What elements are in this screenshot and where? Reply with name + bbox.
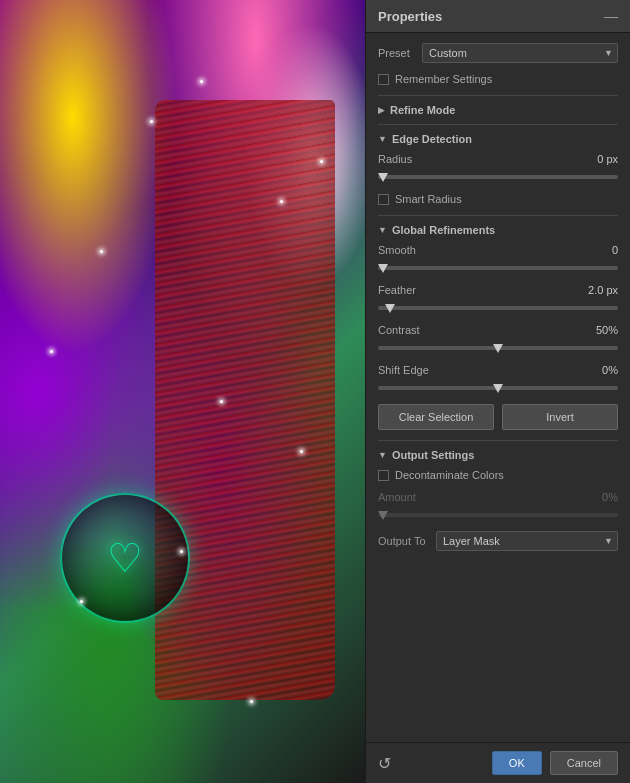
amount-slider — [378, 513, 618, 517]
preset-select-wrap: Custom Default Hair Smart Radius ▼ — [422, 43, 618, 63]
feather-slider[interactable] — [378, 306, 618, 310]
refine-mode-title: Refine Mode — [390, 104, 455, 116]
contrast-row: Contrast 50% — [378, 324, 618, 336]
panel-footer: ↺ OK Cancel — [366, 742, 630, 783]
radius-label: Radius — [378, 153, 412, 165]
smart-radius-row: Smart Radius — [378, 193, 618, 205]
decontaminate-colors-label[interactable]: Decontaminate Colors — [395, 469, 504, 481]
preset-row: Preset Custom Default Hair Smart Radius … — [378, 43, 618, 63]
smooth-label: Smooth — [378, 244, 416, 256]
output-settings-title: Output Settings — [392, 449, 475, 461]
sparkle — [320, 160, 323, 163]
sparkle — [150, 120, 153, 123]
output-to-select-wrap: Selection Layer Mask New Layer New Layer… — [436, 531, 618, 551]
refine-mode-section[interactable]: ▶ Refine Mode — [378, 104, 618, 116]
sparkle — [180, 550, 183, 553]
sparkle — [280, 200, 283, 203]
radius-slider[interactable] — [378, 175, 618, 179]
divider-4 — [378, 440, 618, 441]
smooth-value: 0 — [612, 244, 618, 256]
history-icon[interactable]: ↺ — [378, 754, 391, 773]
footer-buttons: OK Cancel — [492, 751, 618, 775]
contrast-section: Contrast 50% — [378, 324, 618, 354]
action-buttons-row: Clear Selection Invert — [378, 404, 618, 430]
output-settings-arrow: ▼ — [378, 450, 387, 460]
clear-selection-button[interactable]: Clear Selection — [378, 404, 494, 430]
radius-value: 0 px — [597, 153, 618, 165]
sparkle — [300, 450, 303, 453]
sparkle — [250, 700, 253, 703]
global-refinements-section[interactable]: ▼ Global Refinements — [378, 224, 618, 236]
output-to-label: Output To — [378, 535, 430, 547]
shift-edge-slider[interactable] — [378, 386, 618, 390]
sparkle — [80, 600, 83, 603]
edge-detection-title: Edge Detection — [392, 133, 472, 145]
preset-label: Preset — [378, 47, 416, 59]
output-to-select[interactable]: Selection Layer Mask New Layer New Layer… — [436, 531, 618, 551]
panel-collapse-btn[interactable]: — — [604, 8, 618, 24]
radius-section: Radius 0 px — [378, 153, 618, 183]
output-settings-section[interactable]: ▼ Output Settings — [378, 449, 618, 461]
invert-button[interactable]: Invert — [502, 404, 618, 430]
feather-label: Feather — [378, 284, 416, 296]
contrast-value: 50% — [596, 324, 618, 336]
smooth-row: Smooth 0 — [378, 244, 618, 256]
sparkle — [50, 350, 53, 353]
edge-detection-section[interactable]: ▼ Edge Detection — [378, 133, 618, 145]
output-to-row: Output To Selection Layer Mask New Layer… — [378, 531, 618, 551]
divider-1 — [378, 95, 618, 96]
amount-value: 0% — [602, 491, 618, 503]
divider-2 — [378, 124, 618, 125]
decontaminate-colors-checkbox[interactable] — [378, 470, 389, 481]
shift-edge-value: 0% — [602, 364, 618, 376]
orb-symbol: ♡ — [107, 535, 143, 581]
sparkle — [220, 400, 223, 403]
smart-radius-label[interactable]: Smart Radius — [395, 193, 462, 205]
shift-edge-label: Shift Edge — [378, 364, 429, 376]
feather-row: Feather 2.0 px — [378, 284, 618, 296]
smooth-section: Smooth 0 — [378, 244, 618, 274]
yarn-overlay — [155, 100, 335, 700]
remember-settings-label[interactable]: Remember Settings — [395, 73, 492, 85]
remember-settings-row: Remember Settings — [378, 73, 618, 85]
amount-label: Amount — [378, 491, 416, 503]
properties-panel: Properties — Preset Custom Default Hair … — [365, 0, 630, 783]
panel-body: Preset Custom Default Hair Smart Radius … — [366, 33, 630, 742]
refine-mode-arrow: ▶ — [378, 105, 385, 115]
decontaminate-colors-row: Decontaminate Colors — [378, 469, 618, 481]
amount-section: Amount 0% — [378, 491, 618, 521]
global-refinements-arrow: ▼ — [378, 225, 387, 235]
global-refinements-title: Global Refinements — [392, 224, 495, 236]
smooth-slider[interactable] — [378, 266, 618, 270]
edge-detection-arrow: ▼ — [378, 134, 387, 144]
ok-button[interactable]: OK — [492, 751, 542, 775]
contrast-label: Contrast — [378, 324, 420, 336]
sparkle — [200, 80, 203, 83]
contrast-slider[interactable] — [378, 346, 618, 350]
remember-settings-checkbox[interactable] — [378, 74, 389, 85]
panel-controls: — — [604, 8, 618, 24]
radius-row: Radius 0 px — [378, 153, 618, 165]
smart-radius-checkbox[interactable] — [378, 194, 389, 205]
orb-decoration: ♡ — [60, 493, 190, 623]
divider-3 — [378, 215, 618, 216]
shift-edge-section: Shift Edge 0% — [378, 364, 618, 394]
panel-title: Properties — [378, 9, 442, 24]
panel-header: Properties — — [366, 0, 630, 33]
sparkle — [100, 250, 103, 253]
cancel-button[interactable]: Cancel — [550, 751, 618, 775]
feather-section: Feather 2.0 px — [378, 284, 618, 314]
feather-value: 2.0 px — [588, 284, 618, 296]
photo-canvas: ♡ — [0, 0, 365, 783]
amount-row: Amount 0% — [378, 491, 618, 503]
shift-edge-row: Shift Edge 0% — [378, 364, 618, 376]
preset-select[interactable]: Custom Default Hair Smart Radius — [422, 43, 618, 63]
